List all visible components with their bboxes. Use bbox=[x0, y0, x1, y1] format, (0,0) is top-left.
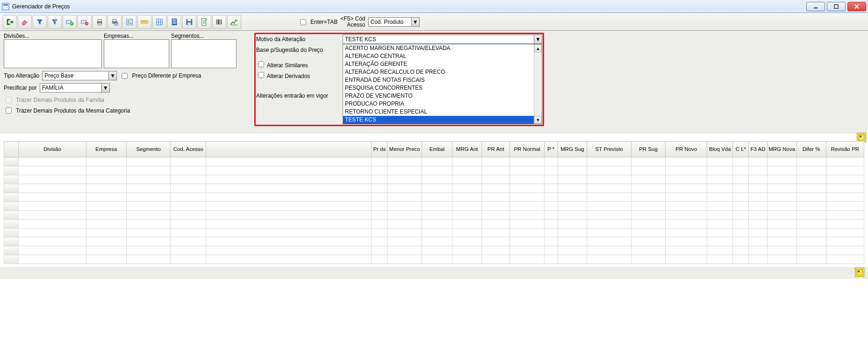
grid-cell[interactable] bbox=[171, 175, 206, 184]
grid-cell[interactable] bbox=[372, 228, 387, 237]
grid-cell[interactable] bbox=[387, 166, 422, 175]
grid-cell[interactable] bbox=[707, 202, 733, 211]
grid-cell[interactable] bbox=[127, 175, 171, 184]
grid-column-header[interactable]: Pr ds bbox=[372, 142, 387, 157]
grid-cell[interactable] bbox=[510, 246, 544, 255]
grid-cell[interactable] bbox=[171, 166, 206, 175]
grid-cell[interactable] bbox=[482, 202, 510, 211]
grid-cell[interactable] bbox=[127, 184, 171, 193]
grid-cell[interactable] bbox=[558, 220, 587, 228]
grid-cell[interactable] bbox=[544, 237, 558, 246]
grid-cell[interactable] bbox=[826, 220, 864, 228]
grid-cell[interactable] bbox=[206, 193, 372, 202]
grid-cell[interactable] bbox=[86, 255, 126, 264]
grid-cell[interactable] bbox=[482, 211, 510, 220]
grid-cell[interactable] bbox=[666, 220, 707, 228]
grid-cell[interactable] bbox=[482, 193, 510, 202]
grid-cell[interactable] bbox=[733, 166, 749, 175]
grid-cell[interactable] bbox=[767, 175, 796, 184]
grid-cell[interactable] bbox=[666, 228, 707, 237]
motivo-option[interactable]: PESQUISA CONCORRENTES bbox=[343, 84, 542, 92]
grid-cell[interactable] bbox=[796, 255, 826, 264]
grid-cell[interactable] bbox=[171, 255, 206, 264]
grid-cell[interactable] bbox=[387, 157, 422, 166]
grid-cell[interactable] bbox=[733, 255, 749, 264]
grid-cell[interactable] bbox=[452, 255, 482, 264]
grid-cell[interactable] bbox=[767, 220, 796, 228]
grid-cell[interactable] bbox=[733, 220, 749, 228]
grid-cell[interactable] bbox=[826, 211, 864, 220]
grid-column-header[interactable]: Menor Preco bbox=[387, 142, 422, 157]
grid-cell[interactable] bbox=[826, 175, 864, 184]
grid-cell[interactable] bbox=[171, 184, 206, 193]
cod-produto-combo[interactable]: Cod. Produto ▼ bbox=[368, 17, 420, 27]
options-corner-icon[interactable] bbox=[855, 268, 864, 277]
grid-cell[interactable] bbox=[422, 211, 452, 220]
motivo-option[interactable]: TESTE KCS bbox=[343, 116, 542, 124]
chevron-down-icon[interactable]: ▼ bbox=[108, 71, 116, 80]
grid-cell[interactable] bbox=[372, 166, 387, 175]
motivo-option[interactable]: ACERTO MARGEN NEGATIVA/ELEVADA bbox=[343, 44, 542, 52]
grid-cell[interactable] bbox=[767, 237, 796, 246]
motivo-option[interactable]: PRAZO DE VENCIMENTO bbox=[343, 92, 542, 100]
grid-cell[interactable] bbox=[631, 211, 665, 220]
grid-cell[interactable] bbox=[482, 255, 510, 264]
table-row[interactable] bbox=[4, 255, 864, 264]
minimize-button[interactable] bbox=[806, 2, 825, 11]
ruler-icon[interactable] bbox=[137, 15, 151, 29]
options-corner-icon[interactable] bbox=[857, 133, 866, 142]
table-row[interactable] bbox=[4, 175, 864, 184]
add-row-icon[interactable] bbox=[63, 15, 77, 29]
grid-cell[interactable] bbox=[666, 255, 707, 264]
grid-cell[interactable] bbox=[749, 220, 767, 228]
grid-column-header[interactable]: PR Ant bbox=[482, 142, 510, 157]
grid-cell[interactable] bbox=[666, 237, 707, 246]
grid-cell[interactable] bbox=[510, 220, 544, 228]
grid-cell[interactable] bbox=[452, 220, 482, 228]
grid-cell[interactable] bbox=[631, 166, 665, 175]
grid-cell[interactable] bbox=[707, 228, 733, 237]
calculator-icon[interactable] bbox=[167, 15, 181, 29]
grid-cell[interactable] bbox=[19, 246, 86, 255]
scroll-down-icon[interactable]: ▼ bbox=[534, 116, 542, 124]
close-button[interactable] bbox=[847, 2, 866, 11]
grid-cell[interactable] bbox=[544, 211, 558, 220]
grid-cell[interactable] bbox=[767, 157, 796, 166]
grid-cell[interactable] bbox=[19, 228, 86, 237]
grid-cell[interactable] bbox=[631, 220, 665, 228]
grid-cell[interactable] bbox=[86, 202, 126, 211]
grid-cell[interactable] bbox=[544, 246, 558, 255]
grid-cell[interactable] bbox=[666, 193, 707, 202]
print-icon[interactable] bbox=[93, 15, 107, 29]
grid-column-header[interactable] bbox=[206, 142, 372, 157]
grid-cell[interactable] bbox=[86, 237, 126, 246]
grid-cell[interactable] bbox=[127, 157, 171, 166]
grid-cell[interactable] bbox=[544, 184, 558, 193]
grid-cell[interactable] bbox=[733, 193, 749, 202]
grid-cell[interactable] bbox=[19, 166, 86, 175]
grid-cell[interactable] bbox=[749, 255, 767, 264]
grid-cell[interactable] bbox=[767, 211, 796, 220]
grid-column-header[interactable]: Embal bbox=[422, 142, 452, 157]
grid-cell[interactable] bbox=[510, 184, 544, 193]
dropdown-scrollbar[interactable]: ▲ ▼ bbox=[534, 44, 542, 124]
grid-cell[interactable] bbox=[387, 255, 422, 264]
grid-cell[interactable] bbox=[631, 202, 665, 211]
grid-cell[interactable] bbox=[796, 184, 826, 193]
exit-icon[interactable] bbox=[3, 15, 17, 29]
grid-cell[interactable] bbox=[422, 157, 452, 166]
grid-cell[interactable] bbox=[826, 157, 864, 166]
grid-cell[interactable] bbox=[206, 157, 372, 166]
grid-cell[interactable] bbox=[372, 157, 387, 166]
grid-cell[interactable] bbox=[452, 202, 482, 211]
print-preview-icon[interactable] bbox=[108, 15, 122, 29]
grid-cell[interactable] bbox=[631, 237, 665, 246]
grid-cell[interactable] bbox=[558, 211, 587, 220]
grid-cell[interactable] bbox=[206, 220, 372, 228]
grid-cell[interactable] bbox=[796, 193, 826, 202]
grid-cell[interactable] bbox=[666, 184, 707, 193]
filter-icon[interactable] bbox=[33, 15, 47, 29]
grid-cell[interactable] bbox=[587, 175, 631, 184]
grid-cell[interactable] bbox=[749, 246, 767, 255]
eraser-icon[interactable] bbox=[18, 15, 32, 29]
